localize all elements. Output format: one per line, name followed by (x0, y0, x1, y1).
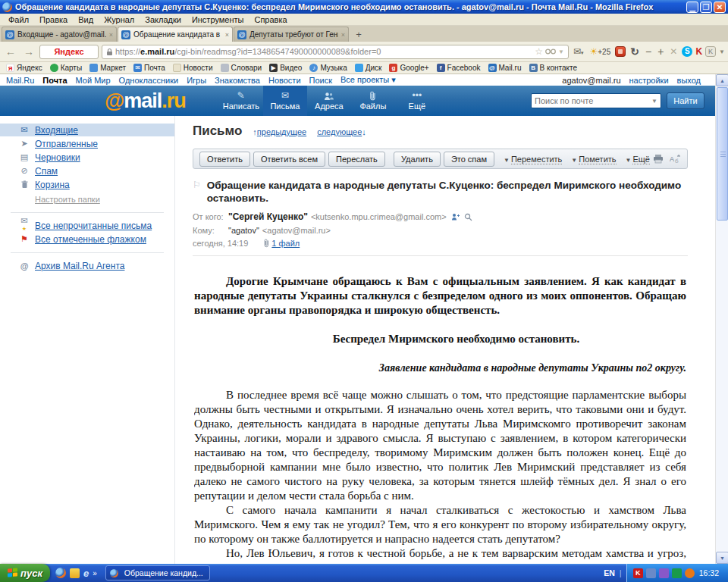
tab-deputies[interactable]: @ Депутаты требуют от Генпрокуратур... × (234, 27, 349, 42)
url-dropdown-icon[interactable]: ▼ (558, 48, 564, 55)
tray-icon[interactable] (646, 568, 656, 578)
setup-folders-link[interactable]: Настроить папки (35, 195, 100, 204)
sidebar-item-inbox[interactable]: ✉Входящие (0, 124, 174, 136)
forward-button[interactable]: → (21, 45, 36, 58)
bookmark-facebook[interactable]: fFacebook (434, 64, 484, 72)
nav-files[interactable]: Файлы (351, 86, 395, 116)
kaspersky-icon[interactable]: K (695, 46, 702, 57)
tray-icon[interactable] (685, 568, 695, 578)
mail-widget-icon[interactable]: ✉▾ (572, 46, 585, 57)
menu-help[interactable]: Справка (249, 15, 292, 24)
translate-icon[interactable]: Аб (670, 154, 681, 164)
bookmark-mailru[interactable]: @Mail.ru (485, 64, 525, 72)
forward-button-mail[interactable]: Переслать (328, 152, 385, 167)
nav-more[interactable]: •••Ещё (395, 86, 439, 116)
topnav-igry[interactable]: Игры (187, 76, 206, 85)
topnav-poisk[interactable]: Поиск (309, 76, 332, 85)
bookmark-mail[interactable]: ✉Почта (130, 64, 168, 72)
skype-icon[interactable]: S (682, 46, 692, 57)
bookmark-vkontakte[interactable]: ВВ контакте (526, 64, 581, 72)
move-dropdown[interactable]: ▼Переместить (504, 155, 562, 164)
bookmark-star-icon[interactable]: ☆ (535, 46, 543, 57)
tab-message[interactable]: @ Обращение кандидата в народные де... × (118, 27, 233, 42)
tray-icon[interactable] (672, 568, 682, 578)
menu-history[interactable]: Журнал (99, 15, 140, 24)
weather-widget[interactable]: ☀+25 (588, 46, 613, 57)
search-sender-icon[interactable] (464, 213, 472, 221)
bookmark-dictionaries[interactable]: Словари (218, 64, 265, 72)
close-button[interactable]: ✕ (714, 2, 726, 13)
next-message-link[interactable]: следующее↓ (317, 127, 366, 136)
prev-message-link[interactable]: ↑предыдущее (253, 127, 306, 136)
antivirus-tray-icon[interactable]: K (633, 568, 643, 578)
topnav-pochta[interactable]: Почта (42, 76, 67, 85)
sidebar-item-drafts[interactable]: ▤Черновики (0, 151, 174, 164)
topnav-mailru[interactable]: Mail.Ru (6, 76, 34, 85)
sidebar-item-trash[interactable]: Корзина (0, 178, 174, 191)
back-button[interactable]: ← (3, 45, 18, 58)
new-tab-button[interactable]: + (351, 28, 366, 42)
logout-link[interactable]: выход (677, 76, 701, 85)
menu-file[interactable]: Файл (3, 15, 34, 24)
topnav-novosti[interactable]: Новости (268, 76, 301, 85)
menu-bookmarks[interactable]: Закладки (140, 15, 187, 24)
menu-tools[interactable]: Инструменты (187, 15, 249, 24)
menu-view[interactable]: Вид (73, 15, 99, 24)
scroll-up-button[interactable]: ▲ (716, 74, 728, 86)
nav-letters[interactable]: ✉Письма (263, 86, 307, 116)
taskbar-task-button[interactable]: Обращение кандид... (105, 565, 210, 580)
menu-edit[interactable]: Правка (34, 15, 73, 24)
bookmark-market[interactable]: Маркет (86, 64, 129, 72)
nav-compose[interactable]: ✎Написать (219, 86, 263, 116)
language-indicator[interactable]: EN (599, 568, 620, 577)
subject-flag-icon[interactable]: ⚐ (193, 180, 201, 205)
sidebar-item-spam[interactable]: ⊘Спам (0, 164, 174, 177)
yandex-widget-icon[interactable] (615, 46, 626, 57)
address-bar[interactable]: https://e.mail.ru/cgi-bin/readmsg?id=134… (102, 45, 569, 59)
mail-search-input[interactable] (532, 96, 651, 105)
cancel-icon[interactable]: ✕ (668, 46, 679, 57)
delete-button[interactable]: Удалить (394, 152, 441, 167)
firefox-quicklaunch-icon[interactable] (55, 568, 66, 578)
ie-quicklaunch-icon[interactable]: e (83, 568, 89, 579)
bookmark-music[interactable]: ♪Музыка (306, 64, 350, 72)
quicklaunch-overflow-icon[interactable]: » (93, 569, 97, 577)
bookmark-video[interactable]: ▶Видео (266, 64, 305, 72)
yandex-goggles-icon[interactable] (545, 48, 556, 55)
bookmark-news[interactable]: Новости (170, 64, 216, 72)
more-dropdown[interactable]: ▼Ещё (626, 155, 650, 164)
topnav-odnoklassniki[interactable]: Одноклассники (119, 76, 179, 85)
reload-button[interactable]: ↻ (629, 45, 641, 58)
tray-icon[interactable] (659, 568, 669, 578)
add-contact-icon[interactable] (451, 213, 460, 221)
bookmark-googleplus[interactable]: gGoogle+ (386, 64, 431, 72)
nav-contacts[interactable]: Адреса (307, 86, 351, 116)
topnav-znakomstva[interactable]: Знакомства (215, 76, 260, 85)
reply-all-button[interactable]: Ответить всем (253, 152, 325, 167)
print-icon[interactable] (653, 154, 664, 164)
scroll-down-button[interactable]: ▼ (716, 552, 728, 564)
tab-inbox[interactable]: @ Входящие - agatov@mail.ru - Почта Mai.… (2, 27, 117, 42)
sidebar-item-flagged[interactable]: ⚑Все отмеченные флажком (0, 233, 174, 246)
zoom-out-button[interactable]: − (644, 45, 653, 58)
yandex-search-button[interactable]: Яндекс (39, 45, 99, 59)
bookmark-maps[interactable]: Карты (47, 64, 86, 72)
tab-close-icon[interactable]: × (341, 31, 345, 39)
quicklaunch-icon[interactable] (70, 568, 80, 578)
sidebar-item-unread[interactable]: ✉★Все непрочитанные письма (0, 219, 174, 232)
topnav-moimir[interactable]: Мой Мир (76, 76, 111, 85)
search-dropdown-icon[interactable]: ▼ (651, 98, 661, 105)
tab-close-icon[interactable]: × (109, 31, 113, 39)
extension-icon[interactable]: K (705, 46, 716, 57)
start-button[interactable]: пуск (0, 564, 50, 582)
maximize-button[interactable]: ❐ (700, 2, 712, 13)
taskbar-clock[interactable]: 16:32 (698, 568, 722, 577)
bookmark-yandex[interactable]: ЯЯндекс (3, 64, 46, 72)
scrollbar-thumb[interactable] (717, 87, 728, 221)
zoom-in-button[interactable]: + (656, 45, 665, 58)
mailru-logo[interactable]: @mail.ru (105, 89, 186, 113)
settings-link[interactable]: настройки (629, 76, 669, 85)
spam-button[interactable]: Это спам (444, 152, 494, 167)
vertical-scrollbar[interactable]: ▲ ▼ (715, 74, 728, 564)
minimize-button[interactable]: ▁ (686, 2, 698, 13)
